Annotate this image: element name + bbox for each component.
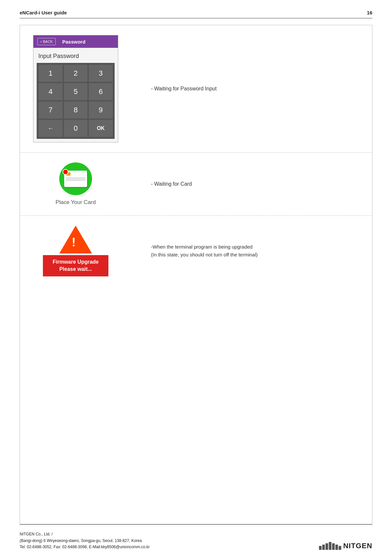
footer-text: NITGEN Co., Ltd. / (Bangi-dong) 6 Wiryes… bbox=[20, 531, 150, 550]
page-title: eNCard-i User guide bbox=[20, 10, 67, 15]
password-description: - Waiting for Password Input bbox=[138, 86, 359, 92]
nitgen-bars-icon bbox=[319, 542, 341, 550]
key-3[interactable]: 3 bbox=[89, 65, 113, 82]
firmware-desc-line1: -When the terminal program is being upgr… bbox=[151, 243, 359, 251]
card-description: - Waiting for Card bbox=[138, 181, 359, 187]
card-stripe-1 bbox=[66, 177, 85, 178]
card-device-panel: Place Your Card bbox=[33, 162, 138, 206]
nitgen-bar-4 bbox=[329, 542, 331, 550]
input-password-label: Input Password bbox=[33, 48, 118, 63]
footer-line2: (Bangi-dong) 6 Wiryeseong-daero, Songpa-… bbox=[20, 538, 150, 544]
key-8[interactable]: 8 bbox=[64, 102, 88, 119]
numpad-row-1: 1 2 3 bbox=[38, 64, 113, 83]
numpad-row-4: ← 0 OK bbox=[38, 119, 113, 138]
warning-triangle-icon bbox=[59, 226, 92, 253]
firmware-line1: Firmware Upgrade bbox=[49, 258, 102, 266]
numpad-row-3: 7 8 9 bbox=[38, 101, 113, 119]
card-waiting-text: - Waiting for Card bbox=[151, 181, 192, 187]
page-footer: NITGEN Co., Ltd. / (Bangi-dong) 6 Wiryes… bbox=[20, 524, 372, 550]
back-button[interactable]: ‹ BACK bbox=[37, 38, 56, 45]
firmware-section: Firmware Upgrade Please wait... -When th… bbox=[20, 216, 372, 286]
card-stripe-2 bbox=[66, 179, 85, 179]
nitgen-bar-5 bbox=[332, 543, 335, 550]
card-stripe-3 bbox=[66, 180, 85, 181]
key-ok[interactable]: OK bbox=[89, 120, 113, 137]
firmware-container: Firmware Upgrade Please wait... bbox=[33, 226, 118, 276]
key-5[interactable]: 5 bbox=[64, 83, 88, 100]
card-icon-container: Place Your Card bbox=[33, 162, 118, 206]
key-2[interactable]: 2 bbox=[64, 65, 88, 82]
card-circle bbox=[59, 162, 92, 195]
key-9[interactable]: 9 bbox=[89, 102, 113, 119]
password-screen: ‹ BACK Password Input Password 1 2 3 bbox=[33, 35, 118, 142]
card-dot-red bbox=[63, 169, 68, 175]
password-screen-title: Password bbox=[62, 39, 85, 45]
password-waiting-text: - Waiting for Password Input bbox=[151, 86, 216, 91]
nitgen-bar-1 bbox=[319, 546, 322, 550]
key-0[interactable]: 0 bbox=[64, 120, 88, 137]
firmware-device-panel: Firmware Upgrade Please wait... bbox=[33, 226, 138, 276]
key-6[interactable]: 6 bbox=[89, 83, 113, 100]
firmware-description: -When the terminal program is being upgr… bbox=[138, 243, 359, 259]
numpad-row-2: 4 5 6 bbox=[38, 83, 113, 101]
footer-line3: Tel: 02-6488-3052, Fax: 02-6488-3098, E-… bbox=[20, 544, 150, 550]
nitgen-logo-text: NITGEN bbox=[343, 542, 372, 550]
key-4[interactable]: 4 bbox=[39, 83, 63, 100]
back-arrow-icon: ‹ bbox=[40, 39, 42, 44]
card-section: Place Your Card - Waiting for Card bbox=[20, 153, 372, 216]
firmware-box: Firmware Upgrade Please wait... bbox=[43, 255, 108, 276]
password-screen-header: ‹ BACK Password bbox=[33, 35, 118, 48]
nitgen-bar-3 bbox=[326, 543, 328, 550]
main-content: ‹ BACK Password Input Password 1 2 3 bbox=[20, 25, 372, 524]
firmware-line2: Please wait... bbox=[49, 266, 102, 273]
footer-line1: NITGEN Co., Ltd. / bbox=[20, 531, 150, 537]
password-section: ‹ BACK Password Input Password 1 2 3 bbox=[20, 25, 372, 153]
place-card-label: Place Your Card bbox=[56, 199, 96, 206]
nitgen-bar-7 bbox=[339, 546, 341, 550]
password-device-panel: ‹ BACK Password Input Password 1 2 3 bbox=[33, 35, 138, 142]
nitgen-bar-2 bbox=[322, 545, 325, 550]
firmware-desc-line2: (In this state, you should not turn off … bbox=[151, 251, 359, 259]
numpad: 1 2 3 4 5 6 7 8 9 bbox=[37, 63, 115, 139]
key-1[interactable]: 1 bbox=[39, 65, 63, 82]
key-backspace[interactable]: ← bbox=[39, 120, 63, 137]
back-label: BACK bbox=[43, 40, 53, 44]
footer-logo: NITGEN bbox=[319, 542, 372, 550]
key-7[interactable]: 7 bbox=[39, 102, 63, 119]
card-inner bbox=[64, 171, 87, 187]
page-number: 16 bbox=[367, 10, 372, 15]
nitgen-bar-6 bbox=[335, 545, 338, 550]
